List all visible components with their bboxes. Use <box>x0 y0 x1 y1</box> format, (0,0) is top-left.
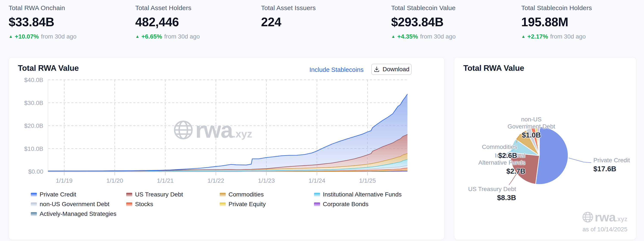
stat-value: 195.88M <box>521 15 592 29</box>
chart-legend: Private CreditUS Treasury DebtCommoditie… <box>31 191 418 217</box>
legend-label: Stocks <box>135 201 153 208</box>
pie-label-name: Government Debt <box>506 123 556 130</box>
pie-label-value: $8.3B <box>468 194 516 202</box>
legend-label: Private Credit <box>40 191 76 198</box>
legend-swatch <box>314 193 320 197</box>
legend-item-stocks[interactable]: Stocks <box>126 201 220 208</box>
stat-delta: +6.65% <box>142 33 162 40</box>
legend-swatch <box>314 203 320 206</box>
legend-swatch <box>31 212 37 216</box>
pie-leader-private-credit <box>568 158 591 163</box>
legend-label: Corporate Bonds <box>323 201 368 208</box>
legend-item-private-equity[interactable]: Private Equity <box>220 201 314 208</box>
x-tick-label: 1/1/19 <box>56 177 72 184</box>
stat-delta: +4.35% <box>398 33 418 40</box>
stat-label: Total Stablecoin Holders <box>521 4 592 12</box>
x-tick-label: 1/1/21 <box>157 177 174 184</box>
legend-label: Actively-Managed Strategies <box>40 211 116 217</box>
stat-delta-period: from 30d ago <box>41 33 76 40</box>
stat-value: 224 <box>261 15 316 29</box>
x-tick-label: 1/1/22 <box>208 177 224 184</box>
x-tick-label: 1/1/25 <box>359 177 376 184</box>
legend-item-institutional-alternative-funds[interactable]: Institutional Alternative Funds <box>314 191 418 198</box>
legend-label: non-US Government Debt <box>40 201 110 208</box>
up-triangle-icon: ▲ <box>135 34 140 39</box>
total-rwa-value-pie-card: Total RWA Value Private Credit$17.6BUS T… <box>454 57 636 240</box>
watermark-tld: .xyz <box>616 216 628 223</box>
legend-item-commodities[interactable]: Commodities <box>220 191 314 198</box>
watermark-brand: rwa <box>595 211 616 223</box>
legend-item-non-us-government-debt[interactable]: non-US Government Debt <box>31 201 126 208</box>
stat-delta-period: from 30d ago <box>420 33 456 40</box>
stat-total-stablecoin-holders: Total Stablecoin Holders 195.88M ▲ +2.17… <box>521 4 592 40</box>
pie-label-private-credit: Private Credit$17.6B <box>594 157 630 173</box>
legend-label: Commodities <box>228 191 264 198</box>
legend-swatch <box>220 203 226 206</box>
y-tick-label: $0.00 <box>28 168 43 175</box>
pie-label-name: Private Credit <box>594 157 630 164</box>
pie-label-value: $1.0B <box>506 131 556 139</box>
pie-label-non-us-government-debt: non-USGovernment Debt$1.0B <box>506 116 556 139</box>
up-triangle-icon: ▲ <box>391 34 396 39</box>
legend-swatch <box>126 203 132 206</box>
legend-swatch <box>126 193 132 197</box>
x-tick-label: 1/1/23 <box>258 177 275 184</box>
up-triangle-icon: ▲ <box>521 34 526 39</box>
x-tick-label: 1/1/24 <box>309 177 326 184</box>
legend-label: Institutional Alternative Funds <box>323 191 402 198</box>
stat-delta-period: from 30d ago <box>164 33 200 40</box>
stat-delta: +10.07% <box>15 33 39 40</box>
y-tick-label: $10.0B <box>24 145 43 152</box>
stat-delta: +2.17% <box>528 33 548 40</box>
stat-total-asset-issuers: Total Asset Issuers 224 <box>261 4 316 40</box>
pie-label-commodities: Commodities$2.6B <box>482 143 517 159</box>
stat-label: Total Stablecoin Value <box>391 4 456 12</box>
pie-label-us-treasury-debt: US Treasury Debt$8.3B <box>468 186 516 202</box>
total-rwa-value-area-card: Total RWA Value Include Stablecoins Down… <box>8 57 444 240</box>
legend-item-private-credit[interactable]: Private Credit <box>31 191 126 198</box>
stat-total-stablecoin-value: Total Stablecoin Value $293.84B ▲ +4.35%… <box>391 4 456 40</box>
legend-item-actively-managed-strategies[interactable]: Actively-Managed Strategies <box>31 211 126 217</box>
legend-label: US Treasury Debt <box>135 191 183 198</box>
rwa-xyz-watermark: rwa .xyz as of 10/14/2025 <box>582 211 628 233</box>
y-tick-label: $20.0B <box>24 122 43 129</box>
legend-swatch <box>220 193 226 197</box>
globe-icon <box>582 212 594 223</box>
stat-value: $293.84B <box>391 15 456 29</box>
legend-item-corporate-bonds[interactable]: Corporate Bonds <box>314 201 418 208</box>
stat-total-asset-holders: Total Asset Holders 482,446 ▲ +6.65% fro… <box>135 4 200 40</box>
y-tick-label: $40.0B <box>24 77 43 83</box>
up-triangle-icon: ▲ <box>8 34 13 39</box>
stat-value: $33.84B <box>8 15 76 29</box>
stat-delta-period: from 30d ago <box>550 33 586 40</box>
legend-swatch <box>31 193 37 197</box>
legend-swatch <box>31 203 37 206</box>
pie-label-value: $17.6B <box>594 165 630 173</box>
stat-label: Total Asset Issuers <box>261 4 316 12</box>
pie-label-value: $2.6B <box>482 152 517 159</box>
stat-value: 482,446 <box>135 15 200 29</box>
pie-label-name: Commodities <box>482 143 517 150</box>
dashboard-page: Total RWA Onchain $33.84B ▲ +10.07% from… <box>0 0 644 241</box>
as-of-date: as of 10/14/2025 <box>582 226 628 233</box>
legend-label: Private Equity <box>228 201 266 208</box>
stat-label: Total RWA Onchain <box>8 4 76 12</box>
legend-item-us-treasury-debt[interactable]: US Treasury Debt <box>126 191 220 198</box>
pie-label-name: Alternative Funds <box>478 159 525 166</box>
stat-total-rwa-onchain: Total RWA Onchain $33.84B ▲ +10.07% from… <box>8 4 76 40</box>
x-tick-label: 1/1/20 <box>106 177 123 184</box>
pie-label-name: non-US <box>506 116 556 123</box>
pie-label-value: $2.7B <box>478 167 525 175</box>
pie-label-name: US Treasury Debt <box>468 186 516 193</box>
stat-label: Total Asset Holders <box>135 4 200 12</box>
y-tick-label: $30.0B <box>24 100 43 106</box>
